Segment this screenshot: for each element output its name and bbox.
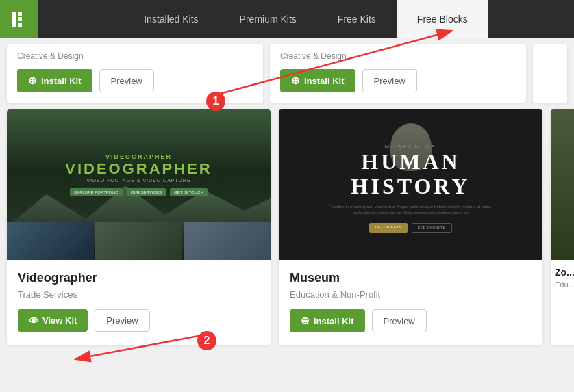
museum-main-title: HUMANHISTORY xyxy=(329,150,493,198)
videographer-thumbnails xyxy=(7,222,271,260)
thumb-1 xyxy=(7,222,94,260)
vbtn-1: EXPLORE PORTFOLIO xyxy=(70,188,123,196)
top-card-1-preview-button[interactable]: Preview xyxy=(99,69,154,92)
museum-install-button[interactable]: ⊕ Install Kit xyxy=(290,309,365,332)
museum-card: MUSEUM OF HUMANHISTORY Funetine in ornar… xyxy=(279,109,542,345)
top-card-2-preview-button[interactable]: Preview xyxy=(362,69,417,92)
videographer-card-image: VIDEOGRAPHER VIDEOGRAPHER VIDEO FOOTAGE … xyxy=(7,109,271,260)
logo-icon xyxy=(10,10,29,29)
svg-rect-3 xyxy=(18,23,22,27)
videographer-preview-button[interactable]: Preview xyxy=(95,309,149,332)
top-card-2: Creative & Design ⊕ Install Kit Preview xyxy=(270,44,526,103)
plus-icon: ⊕ xyxy=(28,75,37,87)
mbtn-1: GET TICKETS xyxy=(369,223,407,233)
videographer-card-body: Videographer Trade Services 👁 View Kit P… xyxy=(7,260,271,344)
videographer-sub-label: VIDEOGRAPHER xyxy=(65,153,212,160)
top-row: Creative & Design ⊕ Install Kit Preview … xyxy=(0,38,574,103)
zoo-category-partial: Edu... xyxy=(555,280,574,289)
top-card-1: Creative & Design ⊕ Install Kit Preview xyxy=(7,44,263,103)
vbtn-2: OUR SERVICES xyxy=(127,188,166,196)
tab-premium-kits[interactable]: Premium Kits xyxy=(219,0,317,38)
svg-rect-2 xyxy=(18,17,22,21)
header: Installed Kits Premium Kits Free Kits Fr… xyxy=(0,0,574,38)
grapher-text: GRAPHER xyxy=(123,160,212,177)
videographer-title: Videographer xyxy=(18,271,260,285)
museum-category: Education & Non-Profit xyxy=(290,289,532,300)
videographer-tagline: VIDEO FOOTAGE & VIDEO CAPTURE xyxy=(65,178,212,183)
zoo-card-image-partial xyxy=(551,109,574,260)
plus-icon-2: ⊕ xyxy=(291,75,300,87)
tab-installed-kits[interactable]: Installed Kits xyxy=(123,0,219,38)
videographer-demo-buttons: EXPLORE PORTFOLIO OUR SERVICES GET IN TO… xyxy=(65,188,212,196)
top-card-2-category: Creative & Design xyxy=(280,51,516,61)
museum-description: Funetine in ornare quam viverra orci. Au… xyxy=(329,204,493,216)
mbtn-2: SEE EXHIBITS xyxy=(412,223,452,233)
tab-free-kits[interactable]: Free Kits xyxy=(317,0,397,38)
museum-demo-buttons: GET TICKETS SEE EXHIBITS xyxy=(329,223,493,233)
top-card-1-category: Creative & Design xyxy=(17,51,253,61)
museum-card-body: Museum Education & Non-Profit ⊕ Install … xyxy=(279,260,542,345)
zoo-card-body-partial: Zo... Edu... xyxy=(551,260,574,296)
thumb-3 xyxy=(184,222,271,260)
eye-icon: 👁 xyxy=(29,315,38,326)
museum-preview-button[interactable]: Preview xyxy=(372,309,427,332)
thumb-2 xyxy=(95,222,182,260)
zoo-card-partial: Zo... Edu... xyxy=(551,109,574,345)
tab-free-blocks[interactable]: Free Blocks xyxy=(397,0,488,38)
nav-tabs: Installed Kits Premium Kits Free Kits Fr… xyxy=(38,0,574,38)
content-area: Creative & Design ⊕ Install Kit Preview … xyxy=(0,38,574,392)
videographer-card: VIDEOGRAPHER VIDEOGRAPHER VIDEO FOOTAGE … xyxy=(7,109,271,345)
museum-title: Museum xyxy=(290,271,532,285)
museum-card-image: MUSEUM OF HUMANHISTORY Funetine in ornar… xyxy=(279,109,542,260)
cards-grid: VIDEOGRAPHER VIDEOGRAPHER VIDEO FOOTAGE … xyxy=(0,109,574,352)
videographer-category: Trade Services xyxy=(18,289,260,300)
svg-rect-1 xyxy=(18,12,22,16)
top-card-3-partial xyxy=(533,44,567,103)
videographer-view-button[interactable]: 👁 View Kit xyxy=(18,309,88,332)
vbtn-3: GET IN TOUCH xyxy=(170,188,208,196)
videographer-actions: 👁 View Kit Preview xyxy=(18,309,260,332)
zoo-title-partial: Zo... xyxy=(555,267,574,278)
museum-actions: ⊕ Install Kit Preview xyxy=(290,309,532,332)
svg-rect-0 xyxy=(12,12,16,27)
video-text: VIDEO xyxy=(65,160,122,177)
top-card-2-actions: ⊕ Install Kit Preview xyxy=(280,69,516,92)
videographer-main-title: VIDEOGRAPHER xyxy=(65,160,212,178)
top-card-1-install-button[interactable]: ⊕ Install Kit xyxy=(17,69,92,92)
top-card-1-actions: ⊕ Install Kit Preview xyxy=(17,69,253,92)
museum-overlay-text: MUSEUM OF HUMANHISTORY Funetine in ornar… xyxy=(329,144,493,232)
top-card-2-install-button[interactable]: ⊕ Install Kit xyxy=(280,69,355,92)
videographer-overlay-text: VIDEOGRAPHER VIDEOGRAPHER VIDEO FOOTAGE … xyxy=(65,153,212,196)
plus-icon-museum: ⊕ xyxy=(301,315,310,327)
logo[interactable] xyxy=(0,0,38,38)
